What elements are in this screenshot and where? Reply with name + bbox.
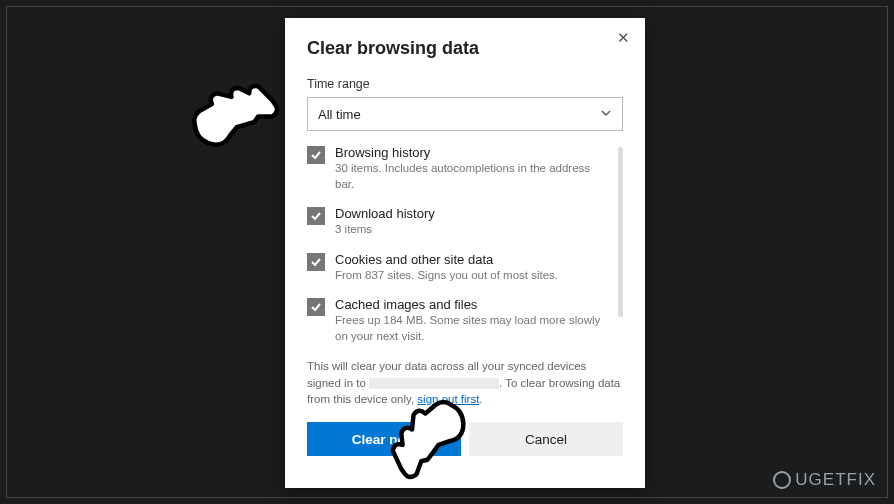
redacted-account: [369, 378, 499, 389]
check-icon: [310, 256, 322, 268]
time-range-dropdown[interactable]: All time: [307, 97, 623, 131]
option-label: Browsing history: [335, 145, 611, 160]
checkbox-browsing-history[interactable]: [307, 146, 325, 164]
dialog-buttons: Clear now Cancel: [307, 422, 623, 456]
option-cache[interactable]: Cached images and files Frees up 184 MB.…: [307, 297, 611, 344]
option-desc: 30 items. Includes autocompletions in th…: [335, 161, 611, 192]
check-icon: [310, 301, 322, 313]
chevron-down-icon: [600, 107, 612, 122]
checkbox-cookies[interactable]: [307, 253, 325, 271]
clear-now-button[interactable]: Clear now: [307, 422, 461, 456]
scrollbar[interactable]: [618, 147, 623, 317]
option-desc: Frees up 184 MB. Some sites may load mor…: [335, 313, 611, 344]
dialog-title: Clear browsing data: [307, 38, 623, 59]
sync-note: This will clear your data across all you…: [307, 358, 623, 408]
check-icon: [310, 149, 322, 161]
option-cookies[interactable]: Cookies and other site data From 837 sit…: [307, 252, 611, 284]
check-icon: [310, 210, 322, 222]
checkbox-download-history[interactable]: [307, 207, 325, 225]
watermark-text: UGETFIX: [795, 470, 876, 490]
option-desc: 3 items: [335, 222, 611, 238]
time-range-label: Time range: [307, 77, 623, 91]
cancel-button[interactable]: Cancel: [469, 422, 623, 456]
close-button[interactable]: ✕: [615, 30, 631, 46]
ring-icon: [773, 471, 791, 489]
option-label: Cached images and files: [335, 297, 611, 312]
option-browsing-history[interactable]: Browsing history 30 items. Includes auto…: [307, 145, 611, 192]
option-desc: From 837 sites. Signs you out of most si…: [335, 268, 611, 284]
option-label: Cookies and other site data: [335, 252, 611, 267]
close-icon: ✕: [617, 29, 630, 46]
watermark: UGETFIX: [773, 470, 876, 490]
option-download-history[interactable]: Download history 3 items: [307, 206, 611, 238]
clear-browsing-data-dialog: ✕ Clear browsing data Time range All tim…: [285, 18, 645, 488]
sign-out-link[interactable]: sign out first: [417, 393, 479, 405]
option-label: Download history: [335, 206, 611, 221]
options-list: Browsing history 30 items. Includes auto…: [307, 145, 623, 344]
time-range-value: All time: [318, 107, 361, 122]
checkbox-cache[interactable]: [307, 298, 325, 316]
sync-note-end: .: [479, 393, 482, 405]
